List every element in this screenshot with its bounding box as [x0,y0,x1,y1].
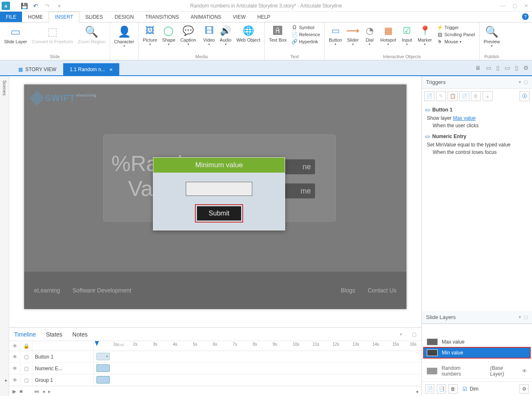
panel-menu-icon[interactable]: ▾ [519,79,521,85]
move-up-icon[interactable]: ▴ [483,91,493,101]
caption-button[interactable]: 💬Caption▾ [178,23,199,47]
story-view-tab[interactable]: ▦STORY VIEW [12,63,63,76]
trigger-link: Max value [453,115,476,121]
tab-slides[interactable]: SLIDES [79,12,109,22]
timeline-panel: Timeline States Notes ▾ ▢ 👁 🔒 End 1s 2s [9,327,421,396]
dial-button[interactable]: ◔Dial▾ [361,23,378,47]
slide-layer-button[interactable]: ▭Slide Layer [2,23,30,45]
minimize-button[interactable]: — [497,1,509,11]
tab-transitions[interactable]: TRANSITIONS [140,12,185,22]
duplicate-layer-icon[interactable]: 📑 [437,384,446,394]
qat-dropdown-icon[interactable]: ▾ [56,2,62,9]
button-button[interactable]: ▭Button▾ [326,23,345,47]
panel-popout-icon[interactable]: ▢ [524,79,528,85]
tab-design[interactable]: DESIGN [109,12,140,22]
character-button[interactable]: 👤Character▾ [112,23,137,49]
close-button[interactable]: ✕ [520,1,532,11]
convert-freeform-button[interactable]: ⬚Convert to Freeform [30,23,75,45]
new-trigger-icon[interactable]: 📄 [424,91,434,101]
delete-trigger-icon[interactable]: 🗑 [471,91,481,101]
tab-home[interactable]: HOME [22,12,49,22]
next-frame-icon[interactable]: ▸ [48,389,51,394]
symbol-button[interactable]: ΩSymbol [291,24,321,31]
base-layer-row[interactable]: Random numbers (Base Layer) 👁 [424,363,530,379]
phone-portrait-icon[interactable]: ▯ [515,64,518,71]
save-icon[interactable]: 💾 [21,2,27,9]
timeline-tab[interactable]: Timeline [14,331,36,338]
marker-button[interactable]: 📍Marker▾ [415,23,434,47]
help-icon[interactable]: ? [522,13,529,20]
notes-tab[interactable]: Notes [72,331,88,338]
trigger-object[interactable]: ▭Button 1 [425,105,529,114]
input-button[interactable]: ☑Input▾ [399,23,415,47]
dim-checkbox[interactable]: ☑ [463,386,467,392]
mouse-button[interactable]: 🖱Mouse ▾ [436,38,475,45]
timeline-ruler[interactable]: End 1s 2s 3s 4s 5s 6s 7s 8s 9s 10s 11s 1… [94,341,421,351]
prev-frame-icon[interactable]: ◂ [42,389,45,394]
panel-window-icon[interactable]: ▢ [412,332,416,337]
maximize-button[interactable]: ▢ [509,1,520,11]
stop-icon[interactable]: ■ [20,389,22,394]
timeline-playbar: ▶ ■ ⏮ ◂ ▸ ◂ [9,386,421,396]
reference-button[interactable]: 📄Reference [291,31,321,38]
timeline-row[interactable]: ▸👁▢Group 1 [9,374,421,386]
text-box-button[interactable]: 🅰Text Box [266,23,289,43]
redo-icon[interactable]: ↷ [44,2,51,9]
variables-icon[interactable]: ⓧ [520,91,530,101]
shape-button[interactable]: ◯Shape▾ [160,23,178,47]
trigger-rule[interactable]: Set MinValue equal to the typed value [425,141,529,148]
lock-header-icon[interactable]: 🔒 [21,341,32,351]
visibility-icon[interactable]: 👁 [522,368,527,374]
slide-tab[interactable]: 1.1 Random n...✕ [63,63,119,76]
scrolling-panel-button[interactable]: ▤Scrolling Panel [436,31,475,38]
hotspot-button[interactable]: ▦Hotspot▾ [378,23,399,47]
tab-insert[interactable]: INSERT [49,12,79,22]
phone-landscape-icon[interactable]: ▭ [505,64,510,71]
scenes-rail[interactable]: Scenes [0,76,9,396]
layer-row[interactable]: Max value [424,337,530,347]
view-tabs: ▦STORY VIEW 1.1 Random n...✕ 🖥 ▭ ▯ ▭ ▯ ⚙ [0,60,532,76]
picture-button[interactable]: 🖼Picture▾ [140,23,160,47]
layer-row-selected[interactable]: Min value [424,347,530,358]
slide-canvas[interactable]: SWIFT elearning %Random Va ne me Minimum… [9,76,421,327]
paste-trigger-icon[interactable]: 📄 [459,91,469,101]
delete-layer-icon[interactable]: 🗑 [448,384,458,394]
panel-menu-icon[interactable]: ▾ [519,314,521,320]
group-publish-label: Publish [481,54,502,60]
timeline-row[interactable]: 👁▢Numeric E... [9,363,421,374]
undo-icon[interactable]: ↶ [32,2,39,9]
tab-view[interactable]: VIEW [227,12,251,22]
timeline-row[interactable]: 👁▢Button 1 ▸ [9,351,421,363]
title-bar: a 💾 ↶ ↷ ▾ Random numbers in Articulate S… [0,0,532,12]
play-icon[interactable]: ▶ [12,389,16,394]
new-layer-icon[interactable]: 📄 [425,384,434,394]
audio-button[interactable]: 🔊Audio▾ [217,23,234,47]
states-tab[interactable]: States [46,331,62,338]
tablet-portrait-icon[interactable]: ▯ [496,64,500,71]
hyperlink-button[interactable]: 🔗Hyperlink [291,38,321,45]
preview-button[interactable]: 🔍Preview▾ [481,23,502,49]
tab-file[interactable]: FILE [0,12,22,22]
settings-icon[interactable]: ⚙ [523,64,529,71]
rewind-icon[interactable]: ⏮ [34,389,39,394]
close-tab-icon[interactable]: ✕ [109,67,113,72]
panel-popout-icon[interactable]: ▢ [524,314,528,320]
zoom-region-button[interactable]: 🔍Zoom Region [75,23,108,45]
copy-trigger-icon[interactable]: 📋 [448,91,458,101]
trigger-rule[interactable]: Show layer Max value [425,114,529,122]
desktop-icon[interactable]: 🖥 [475,64,481,71]
trigger-object[interactable]: ▭Numeric Entry [425,132,529,141]
web-object-button[interactable]: 🌐Web Object [234,23,263,43]
trigger-button[interactable]: ⚡Trigger [436,24,475,31]
playhead-icon[interactable] [95,341,99,346]
slider-button[interactable]: ⟿Slider▾ [345,23,361,47]
tab-animations[interactable]: ANIMATIONS [185,12,227,22]
tab-help[interactable]: HELP [251,12,276,22]
eye-header-icon[interactable]: 👁 [9,341,21,351]
video-button[interactable]: 🎞Video▾ [201,23,217,47]
edit-trigger-icon[interactable]: ✎ [436,91,446,101]
layer-settings-icon[interactable]: ⚙ [520,384,529,394]
tablet-landscape-icon[interactable]: ▭ [486,64,491,71]
panel-menu-icon[interactable]: ▾ [400,332,402,337]
scroll-left-icon[interactable]: ◂ [416,389,418,394]
